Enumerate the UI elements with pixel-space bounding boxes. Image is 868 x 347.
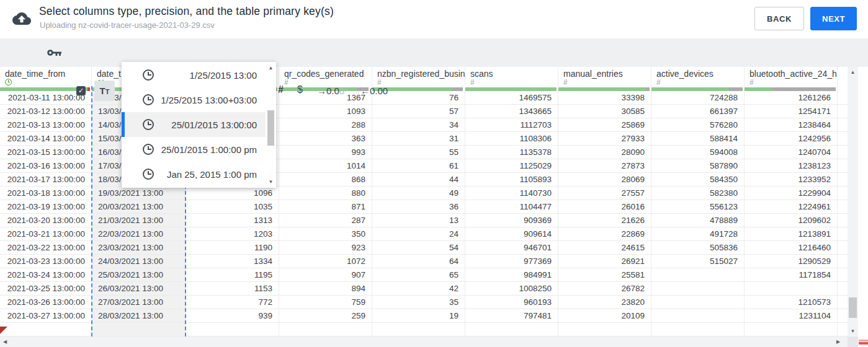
text-type-button[interactable]: TT [94,81,115,101]
column-name: scans [465,67,558,79]
cell: 923 [279,241,372,254]
cell: 1014 [279,159,372,172]
cell: 36 [372,200,465,213]
dropdown-item[interactable]: 25/01/2015 1:00:00 pm [122,137,266,162]
cell: 1290529 [745,255,838,268]
currency-type-button[interactable]: $ [297,84,303,95]
cell: 772 [186,296,279,309]
clock-icon [143,94,154,105]
vertical-scrollbar-thumb[interactable] [849,297,857,318]
column-name: date_time_from [0,67,91,79]
column-header[interactable]: bluetooth_active_24_hr_# [745,67,838,91]
cell: 1190 [186,241,279,254]
cell [279,323,372,336]
cell: 33398 [558,91,651,104]
cell: 478889 [651,214,745,227]
cell: 2021-03-23 13:00:00 [0,255,92,268]
cell: 594008 [651,146,745,159]
cell: 27873 [558,159,651,172]
cell: 30585 [558,105,651,118]
dropdown-item[interactable]: 25/01/2015 13:00:00 [122,112,266,137]
cell [186,323,279,336]
cell: 1231104 [745,309,838,322]
cell [745,323,838,336]
cell: 759 [279,296,372,309]
cell [651,309,745,322]
quality-bar-segment [0,87,87,91]
cell: 1105893 [465,173,558,186]
increase-precision-button[interactable]: →0.00 [317,86,344,96]
scroll-down-arrow-icon[interactable]: ▼ [266,179,276,185]
next-button[interactable]: NEXT [810,7,857,30]
cell: 1195 [186,268,279,281]
cell: 65 [372,268,465,281]
scrollbar-corner [848,336,858,347]
cell: 2021-03-20 13:00:00 [0,214,92,227]
dropdown-item[interactable]: 1/25/2015 13:00+03:00 [122,87,266,112]
cell: 587890 [651,159,745,172]
number-type-button[interactable]: # [278,84,284,95]
cell: 2021-03-18 13:00:00 [0,187,92,200]
dropdown-item-label: 25/01/2015 1:00:00 pm [154,144,266,155]
cell: 2021-03-13 13:00:00 [0,118,92,131]
dropdown-item[interactable]: Jan 25, 2015 1:00 pm [122,162,266,187]
cell: 1171854 [745,268,838,281]
dropdown-scrollbar[interactable]: ▲ ▼ [266,62,276,188]
cell: 22/03/2021 13:00 [92,227,186,240]
cell: 25/03/2021 13:00 [92,268,186,281]
column-header[interactable]: active_devices# [651,67,745,91]
cell: 1210573 [745,296,838,309]
cell: 871 [279,200,372,213]
quality-bar [745,87,836,91]
csv-import-wizard: Select columns type, precision, and the … [0,0,868,347]
quality-bar-segment [651,87,729,91]
dropdown-item[interactable]: 1/25/2015 13:00 [122,63,266,87]
dropdown-scrollbar-thumb[interactable] [267,110,274,146]
cell: 1334 [186,255,279,268]
cell: 49 [372,187,465,200]
cell: 26/03/2021 13:00 [92,282,186,295]
scroll-left-arrow-icon[interactable]: ◀ [3,339,7,345]
cell: 34 [372,118,465,131]
cell: 25581 [558,268,651,281]
cell: 2021-03-15 13:00:00 [0,146,92,159]
column-header[interactable]: manual_entries# [558,67,651,91]
clock-icon [143,69,154,81]
primary-key-icon[interactable] [47,48,62,58]
cell: 1254171 [745,105,838,118]
cell: 22869 [558,227,651,240]
scroll-up-arrow-icon[interactable]: ▲ [266,65,276,71]
clock-icon [143,144,154,155]
cell: 2021-03-21 13:00:00 [0,227,92,240]
cell: 2021-03-17 13:00:00 [0,173,92,186]
cell: 1153 [186,282,279,295]
scroll-right-arrow-icon[interactable]: ▶ [836,339,840,345]
cell: 26921 [558,255,651,268]
back-button[interactable]: BACK [754,7,804,30]
column-type-label: # [558,79,651,87]
scroll-up-arrow-icon[interactable]: ▲ [848,69,858,75]
quality-bar-segment [745,87,772,91]
cell: 55 [372,146,465,159]
vertical-scrollbar[interactable]: ▲ ▼ [848,67,858,336]
scroll-down-arrow-icon[interactable]: ▼ [848,328,858,334]
column-header[interactable]: scans# [465,67,558,91]
cell: 2021-03-12 13:00:00 [0,105,92,118]
cell: 576280 [651,118,745,131]
table-row: 2021-03-23 13:00:0024/03/2021 13:0013341… [0,255,848,268]
include-column-checkbox[interactable]: ✓ [76,86,86,95]
cell: 1313 [186,214,279,227]
quality-bar-segment [87,87,90,91]
text-type-label: T [100,86,105,96]
quality-bar [558,87,650,91]
horizontal-scrollbar[interactable]: ◀ ▶ [0,336,848,347]
cell: 57 [372,105,465,118]
cell [651,323,745,336]
date-format-dropdown-menu: 1/25/2015 13:001/25/2015 13:00+03:0025/0… [122,62,276,188]
decrease-precision-button[interactable]: ←0.00 [360,86,388,96]
cell: 880 [279,187,372,200]
table-row: 2021-03-19 13:00:0020/03/2021 13:0010358… [0,200,848,214]
column-name: bluetooth_active_24_hr_ [745,67,837,79]
clock-icon [143,169,154,180]
cell: 19 [372,309,465,322]
